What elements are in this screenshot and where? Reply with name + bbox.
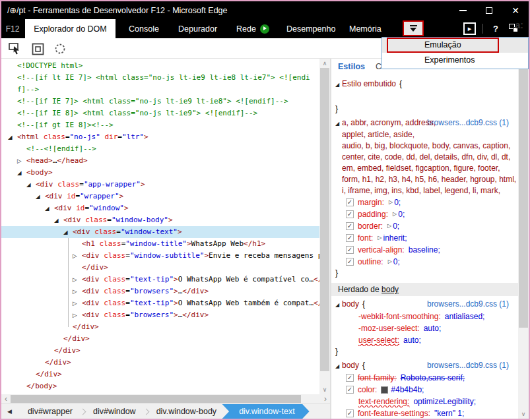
expand-arrow-icon[interactable]: ▷: [73, 274, 82, 285]
menu-item-experimentos[interactable]: Experimentos: [382, 53, 528, 68]
css-property-row[interactable]: ✓font:▷inherit;: [335, 232, 518, 244]
styles-tab-estilos[interactable]: Estilos: [338, 62, 365, 71]
property-checkbox[interactable]: ✓: [346, 222, 354, 230]
scrollbar-thumb[interactable]: [519, 68, 528, 328]
expand-value-icon[interactable]: ▷: [389, 196, 393, 208]
collapse-arrow-icon[interactable]: ◢: [8, 131, 17, 143]
css-property-row[interactable]: user-select:auto;: [335, 334, 518, 346]
select-element-icon[interactable]: [8, 42, 22, 56]
collapse-arrow-icon[interactable]: ◢: [36, 191, 45, 202]
dom-tree-row[interactable]: ▷<div class="window-subtitle">Envie e re…: [1, 250, 319, 262]
close-button[interactable]: ✕: [504, 1, 527, 19]
css-property-row[interactable]: ✓border:▷0;: [335, 220, 518, 232]
tab-depurador[interactable]: Depurador: [178, 19, 217, 38]
scroll-up-icon[interactable]: ∧: [319, 59, 330, 68]
expand-value-icon[interactable]: ▷: [387, 220, 391, 232]
breadcrumb-back-icon[interactable]: ◀: [1, 408, 17, 415]
scroll-down-icon[interactable]: ∨: [518, 409, 529, 419]
dom-tree-row[interactable]: <!--[if IE 8]> <html class="no-js lt-ie9…: [1, 107, 319, 119]
breadcrumb-item-div-window[interactable]: div#window: [83, 404, 147, 419]
dom-tree-row-selected[interactable]: ◢<div class="window-text">: [1, 226, 319, 238]
dom-tree-row[interactable]: <!--[if lt IE 7]> <html class="no-js lt-…: [1, 72, 319, 84]
dom-tree-row[interactable]: ▷<div class="text-tip">O WhatsApp Web ta…: [1, 297, 319, 309]
dom-tree-row[interactable]: ▷<div class="text-tip">O WhatsApp Web é …: [1, 274, 319, 285]
css-property-row[interactable]: -moz-user-select:auto;: [335, 322, 518, 334]
dom-tree-row[interactable]: <!--[if gt IE 8]><!-->: [1, 119, 319, 131]
stylesheet-link[interactable]: browsers...dcb9.css (1): [427, 360, 509, 371]
collapse-arrow-icon[interactable]: ◢: [26, 179, 36, 191]
minimize-button[interactable]: [451, 1, 474, 19]
refresh-icon[interactable]: [53, 42, 67, 56]
dom-tree-row[interactable]: </div>: [1, 345, 319, 357]
stylesheet-link[interactable]: browsers...dcb9.css (1): [427, 299, 509, 310]
expand-arrow-icon[interactable]: ▷: [17, 155, 26, 167]
property-checkbox[interactable]: ✓: [346, 258, 354, 266]
collapse-arrow-icon[interactable]: ◢: [17, 167, 26, 179]
expand-arrow-icon[interactable]: ▷: [73, 250, 82, 262]
collapse-arrow-icon[interactable]: ◢: [63, 226, 73, 238]
scrollbar-thumb[interactable]: [11, 395, 301, 403]
dom-tree-horizontal-scrollbar[interactable]: ‹ ›: [1, 394, 330, 404]
scroll-down-icon[interactable]: ∨: [319, 385, 330, 394]
property-checkbox[interactable]: ✓: [346, 409, 354, 417]
scroll-left-icon[interactable]: ‹: [1, 394, 11, 404]
dom-tree-row[interactable]: <!--<![endif]-->: [1, 143, 319, 155]
highlight-elements-icon[interactable]: [30, 42, 45, 56]
dom-tree-row[interactable]: <h1 class="window-title">WhatsApp Web</h…: [1, 238, 319, 250]
inherited-target[interactable]: body: [381, 285, 399, 294]
dom-tree-row[interactable]: ▷<head>…</head>: [1, 155, 319, 167]
dom-tree-row[interactable]: </div>: [1, 357, 319, 369]
breadcrumb-item-div-wrapper[interactable]: div#wrapper: [17, 404, 83, 419]
more-tools-button[interactable]: [403, 20, 424, 36]
pseudo-class-button[interactable]: a:: [515, 20, 523, 30]
collapse-arrow-icon[interactable]: ◢: [54, 214, 63, 226]
css-property-row[interactable]: ✓padding:▷0;: [335, 208, 518, 220]
property-checkbox[interactable]: ✓: [346, 246, 354, 254]
breadcrumb-item-div-window-body[interactable]: div.window-body: [146, 404, 227, 419]
dom-tree-row[interactable]: </div>: [1, 321, 319, 333]
styles-vertical-scrollbar[interactable]: ∧ ∨: [518, 59, 529, 419]
dom-tree-row[interactable]: ◢<html class="no-js" dir="ltr">: [1, 131, 319, 143]
maximize-button[interactable]: [478, 1, 500, 19]
css-property-row[interactable]: text-rendering:optimizeLegibility;: [335, 396, 518, 407]
dom-tree-row[interactable]: </div>: [1, 333, 319, 345]
css-property-row[interactable]: ✓margin:▷0;: [335, 196, 518, 208]
property-checkbox[interactable]: ✓: [346, 210, 354, 218]
menu-item-emulação[interactable]: Emulação: [382, 38, 528, 53]
property-checkbox[interactable]: ✓: [346, 386, 354, 394]
dom-tree-row[interactable]: ◢<div class="app-wrapper">: [1, 179, 319, 191]
dom-tree-row[interactable]: <!--[if IE 7]> <html class="no-js lt-ie9…: [1, 96, 319, 107]
expand-arrow-icon[interactable]: ▷: [73, 309, 82, 321]
scroll-right-icon[interactable]: ›: [321, 394, 330, 404]
css-property-row[interactable]: ✓font-feature-settings:"kern" 1;: [335, 407, 518, 419]
dom-tree-row[interactable]: </div>: [1, 262, 319, 274]
property-checkbox[interactable]: ✓: [346, 198, 354, 206]
css-property-row[interactable]: ✓outline:▷0;: [335, 256, 518, 268]
expand-arrow-icon[interactable]: ▷: [73, 285, 82, 297]
collapse-arrow-icon[interactable]: ◢: [45, 202, 54, 214]
dom-tree-row[interactable]: ◢<body>: [1, 167, 319, 179]
css-property-row[interactable]: ✓vertical-align:baseline;: [335, 244, 518, 256]
expand-value-icon[interactable]: ▷: [388, 256, 392, 268]
dom-tree-row[interactable]: f]-->: [1, 84, 319, 96]
breadcrumb-item-div-window-text[interactable]: div.window-text: [222, 404, 310, 419]
collapse-arrow-icon[interactable]: ◢: [335, 299, 342, 311]
expand-value-icon[interactable]: ▷: [393, 208, 397, 220]
css-property-row[interactable]: -webkit-font-smoothing:antialiased;: [335, 311, 518, 322]
property-checkbox[interactable]: ✓: [346, 234, 354, 242]
tab-mem-ria[interactable]: Memória: [349, 19, 381, 38]
collapse-arrow-icon[interactable]: ◢: [335, 79, 342, 90]
dom-tree-row[interactable]: ▷<div class="browsers">…</div>: [1, 285, 319, 297]
tab-explorador-do-dom[interactable]: Explorador do DOM: [25, 19, 116, 38]
collapse-arrow-icon[interactable]: ◢: [335, 118, 342, 129]
stylesheet-link[interactable]: browsers...dcb9.css (1): [427, 117, 509, 129]
scrollbar-thumb[interactable]: [320, 68, 329, 371]
tab-rede[interactable]: Rede: [236, 19, 269, 38]
dom-tree-row[interactable]: </body>: [1, 380, 319, 392]
dom-tree-row[interactable]: ◢<div id="window">: [1, 202, 319, 214]
dom-tree-row[interactable]: <!DOCTYPE html>: [1, 60, 319, 72]
css-property-row[interactable]: ✓color:#4b4b4b;: [335, 384, 518, 396]
tab-desempenho[interactable]: Desempenho: [286, 19, 335, 38]
help-icon[interactable]: ?: [490, 22, 502, 35]
dom-tree-row[interactable]: ◢<div id="wrapper">: [1, 191, 319, 202]
